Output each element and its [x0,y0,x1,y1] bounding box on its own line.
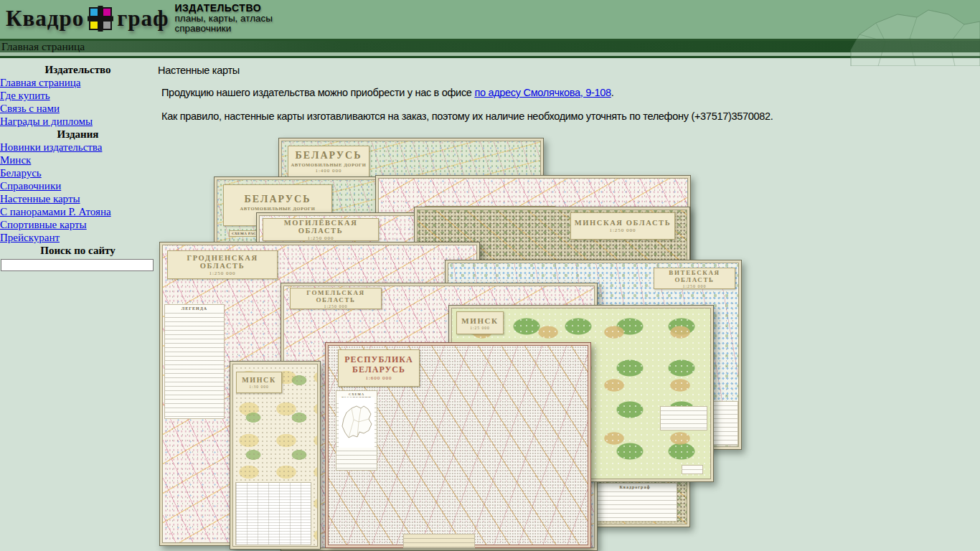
map-cartouche: ГОМЕЛЬСКАЯ ОБЛАСТЬ 1:250 000 [290,288,382,309]
map-bottom-legend [403,534,475,548]
logo-tagline: ИЗДАТЕЛЬСТВО планы, карты, атласы справо… [174,3,273,34]
logo-tagline-publisher: ИЗДАТЕЛЬСТВО [174,3,273,14]
page-title: Настенные карты [158,64,904,77]
map-legend-panel [660,406,707,430]
breadcrumb: Главная страница [0,41,980,52]
logo-square-magenta [102,7,112,17]
map-minsk-city-30k: МИНСК 1:30 000 [230,361,321,550]
street-index-table [235,482,311,545]
distance-scheme-label: СХЕМА РАССТОЯНИЙ [336,391,377,400]
map-cartouche: ВИТЕБСКАЯ ОБЛАСТЬ 1:250 000 [654,268,735,289]
map-mogilev-region: МОГИЛЁВСКАЯ ОБЛАСТЬ 1:250 000 [256,212,565,297]
site-header: Квадро граф ИЗДАТЕЛЬСТВО планы, карты, а… [0,0,980,39]
office-address-link[interactable]: по адресу Смолячкова, 9-108 [474,87,611,98]
logo-tagline-products: планы, карты, атласы [174,14,273,24]
map-imprint-panel: Квадрограф [593,483,677,522]
map-legend-corner [711,401,738,446]
scale-bar-box [682,465,703,474]
sidebar-item-sport-maps[interactable]: Спортивные карты [0,218,156,231]
map-cartouche: РЕСПУБЛИКА БЕЛАРУСЬ 1:600 000 [338,349,420,387]
office-paragraph: Продукцию нашего издательства можно прио… [161,86,904,99]
map-cartouche: ГРОДНЕНСКАЯ ОБЛАСТЬ 1:250 000 [167,250,278,279]
distance-scheme-label: СХЕМА РАССТОЯНИЙ [229,230,280,237]
office-text-before: Продукцию нашего издательства можно прио… [161,87,474,98]
sidebar-item-new-releases[interactable]: Новинки издательства [0,141,156,154]
office-text-after: . [611,87,614,98]
map-cartouche: БРЕСТСКАЯ ОБЛАСТЬ 1:250 000 [425,206,555,233]
logo-square-yellow [89,20,99,30]
sidebar-nav: Издательство Главная страница Где купить… [0,58,156,271]
logo-squares-icon [88,6,113,32]
imprint-logo-text: Квадрограф [593,484,677,489]
map-gomel-region: ГОМЕЛЬСКАЯ ОБЛАСТЬ 1:250 000 [281,283,598,551]
sidebar-item-minsk[interactable]: Минск [0,154,156,166]
legend-heading: ЛЕГЕНДА [165,305,224,311]
logo-tagline-guides: справочники [174,24,273,34]
sidebar-item-where-to-buy[interactable]: Где купить [0,89,156,102]
map-brest-region: БРЕСТСКАЯ ОБЛАСТЬ 1:250 000 [375,175,691,284]
sidebar-heading-editions: Издания [0,128,156,141]
logo-word-graf: граф [117,6,169,32]
sidebar-item-contact[interactable]: Связь с нами [0,102,156,115]
logo-square-gray [102,20,112,30]
sidebar-item-awards[interactable]: Награды и дипломы [0,115,156,128]
map-minsk-region: МИНСКАЯ ОБЛАСТЬ 1:250 000 Квадрограф [414,207,690,527]
logo-word-kvadro: Квадро [6,6,84,32]
map-legend-panel: ЛЕГЕНДА [164,304,225,419]
map-cartouche: БЕЛАРУСЬ АВТОМОБИЛЬНЫЕ ДОРОГИ 1:400 000 [288,146,369,177]
map-belarus-roads-400k: БЕЛАРУСЬ АВТОМОБИЛЬНЫЕ ДОРОГИ 1:400 000 [278,138,544,232]
sidebar-item-price-list[interactable]: Прейскурант [0,231,156,244]
map-republic-belarus: РЕСПУБЛИКА БЕЛАРУСЬ 1:600 000 СХЕМА РАСС… [325,342,591,548]
kvadrograf-logo: Квадро граф ИЗДАТЕЛЬСТВО планы, карты, а… [6,3,273,34]
belarus-outline-icon [220,254,258,281]
lake-shape [512,286,545,302]
logo-square-cyan [89,7,99,17]
belarus-outline-inset [217,246,260,315]
sidebar-item-wall-maps[interactable]: Настенные карты [0,192,156,205]
sidebar-item-reference-books[interactable]: Справочники [0,179,156,192]
sidebar-item-home[interactable]: Главная страница [0,76,156,89]
map-minsk-city-25k: МИНСК 1:25 000 [448,305,714,482]
order-info-paragraph: Как правило, настенные карты изготавлива… [161,110,904,123]
belarus-outline-icon [339,397,374,448]
sidebar-item-atoyan-panoramas[interactable]: С панорамами Р. Атояна [0,205,156,218]
sidebar-item-belarus[interactable]: Беларусь [0,166,156,179]
distance-scheme-inset: СХЕМА РАССТОЯНИЙ [336,390,377,471]
main-content: Настенные карты Продукцию нашего издател… [158,58,904,133]
site-search-input[interactable] [1,259,154,271]
map-belarus-roads-600k: БЕЛАРУСЬ АВТОМОБИЛЬНЫЕ ДОРОГИ 1:600 000 … [214,176,616,317]
breadcrumb-bar: Главная страница [0,39,980,52]
map-cartouche: МИНСК 1:25 000 [456,311,504,334]
sidebar-heading-search: Поиск по сайту [0,244,156,257]
map-cartouche: БЕЛАРУСЬ АВТОМОБИЛЬНЫЕ ДОРОГИ 1:600 000 [223,184,332,226]
map-cartouche: МИНСКАЯ ОБЛАСТЬ 1:250 000 [570,212,675,240]
sidebar-heading-publisher: Издательство [0,63,156,76]
map-cartouche: МИНСК 1:30 000 [236,372,282,393]
reservoir-shape [508,354,550,373]
map-cartouche: МОГИЛЁВСКАЯ ОБЛАСТЬ 1:250 000 [263,218,379,241]
map-grodno-region: ГРОДНЕНСКАЯ ОБЛАСТЬ 1:250 000 ЛЕГЕНДА [159,242,480,546]
map-vitebsk-region: ВИТЕБСКАЯ ОБЛАСТЬ 1:250 000 [445,260,742,450]
